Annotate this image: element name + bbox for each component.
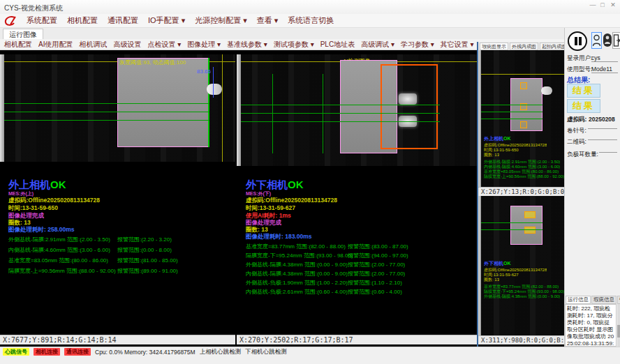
- tab-error-info[interactable]: 错误信息: [617, 296, 620, 304]
- measurement-value: 基准宽度=83.77mm 范围:(82.00 - 88.00): [246, 243, 346, 250]
- tab-run-info[interactable]: 运行信息: [566, 296, 591, 304]
- log-tab-strip: 运行信息 瑕疵信息 错误信息: [565, 296, 620, 304]
- measurement-value: 内侧基线-隔膜:4.38mm 范围:(0.00 - 9.00): [246, 270, 348, 278]
- tool-ai-config[interactable]: AI使用配置: [38, 40, 73, 50]
- virtual-code-label: 虚拟码:: [567, 116, 586, 124]
- model-value: Mode11: [591, 66, 618, 73]
- green-measure-line: [481, 105, 542, 105]
- measurement-alarm: 报警范围:(83.00 - 87.00): [348, 243, 408, 250]
- middle-camera-image[interactable]: AI检测图像: [237, 54, 477, 166]
- scrollbar-thumb[interactable]: [617, 325, 620, 338]
- measurement-value: 隔膜宽度-上=90.56mm 范围:(88.00 - 92.00): [8, 267, 116, 275]
- tab-defect-info[interactable]: 瑕疵信息: [591, 296, 617, 304]
- operator-button[interactable]: [603, 33, 612, 47]
- tool-other-settings[interactable]: 其它设置 ▾: [441, 40, 474, 50]
- ai-detect-box: [381, 64, 438, 149]
- image-left-edge: [0, 54, 4, 162]
- menu-view[interactable]: 查看 ▾: [257, 15, 279, 26]
- measurement-alarm: 报警范围:(0.00 - 8.00): [117, 246, 172, 254]
- thumb-tab-strip: 瑕疵图显示 外残内成图 起拍内成图: [478, 42, 564, 50]
- image-left-edge: [237, 54, 241, 166]
- user-login-button[interactable]: [591, 32, 602, 49]
- exit-button[interactable]: [612, 32, 620, 49]
- width-annotation: 83.66: [197, 68, 211, 75]
- left-camera-image[interactable]: 灰度阈值:93, 动态阈值:100 83.66: [0, 54, 235, 162]
- menu-language-switch[interactable]: 系统语言切换: [288, 15, 334, 26]
- login-user-label: 登录用户:: [567, 54, 592, 63]
- green-measure-line: [481, 229, 542, 230]
- tool-spot-check[interactable]: 点检设置 ▾: [147, 40, 181, 50]
- separator-film-region: [117, 58, 209, 147]
- measurement-alarm: 报警范围:(2.00 - 77.00): [348, 270, 405, 278]
- measurement-value: 外侧基线-负极:1.90mm 范围:(1.00 - 2.20): [246, 279, 348, 287]
- measurement-value: 隔膜宽度-下=95.24mm 范围:(93.00 - 98.00): [246, 252, 353, 259]
- measurement-value: 外侧基线-隔膜:4.38mm 范围:(0.00 - 9.00): [246, 261, 348, 268]
- blue-measure-line: [213, 67, 214, 98]
- tool-advanced-settings[interactable]: 高级设置: [113, 40, 141, 50]
- tab-defect-view[interactable]: 瑕疵图显示: [480, 43, 508, 50]
- menu-camera-config[interactable]: 相机配置: [67, 15, 98, 26]
- menu-light-config[interactable]: 光源控制配置 ▾: [195, 15, 247, 26]
- thumb-info-turns: 圈数: 13: [484, 277, 499, 283]
- thumb-measure: 隔膜宽度-上=90.56mm 范围:(88.00 - 92.00): [484, 174, 564, 180]
- green-measure-line: [241, 105, 440, 105]
- heartbeat-status-badge: 心跳信号: [3, 348, 29, 356]
- view-tab-strip: 运行图像: [0, 28, 620, 40]
- camera-name: 外下相机: [484, 261, 503, 266]
- menu-comm-config[interactable]: 通讯配置: [108, 15, 138, 26]
- left-coord-readout: X:7677;Y:891;R:14;G:14;B:14: [0, 335, 235, 344]
- green-measure-line: [4, 120, 209, 121]
- tool-plc-address[interactable]: PLC地址表: [320, 40, 355, 50]
- log-scrollbar[interactable]: [617, 304, 620, 347]
- green-measure-line: [481, 222, 542, 223]
- app-logo-icon: [4, 15, 17, 26]
- pause-button[interactable]: [568, 31, 587, 51]
- thumb-top-image[interactable]: 外上相机OK 虚拟码:Offline2025020813134728 时间:13…: [478, 50, 564, 187]
- minimize-icon[interactable]: —: [588, 1, 598, 8]
- result-ok: OK: [50, 179, 66, 190]
- model-label: 使用型号:: [567, 66, 592, 74]
- result-box-1: 结果: [567, 84, 600, 98]
- result-ok: OK: [503, 136, 511, 141]
- neg-tab-count-field: [599, 145, 617, 153]
- image-left-edge: [478, 196, 481, 335]
- tab-marker: [520, 82, 527, 89]
- green-vertical-line: [323, 74, 323, 153]
- measurement-alarm: 报警范围:(94.00 - 97.00): [348, 252, 408, 259]
- tab-outer-view[interactable]: 外残内成图: [510, 43, 538, 50]
- tool-camera-debug[interactable]: 相机调试: [79, 40, 107, 50]
- close-icon[interactable]: ✕: [608, 1, 618, 8]
- qr-code-label: 二维码:: [567, 138, 586, 146]
- highlight-marker: [524, 227, 536, 234]
- green-measure-line: [4, 103, 209, 104]
- measurement-alarm: 报警范围:(2.20 - 3.20): [117, 236, 172, 243]
- tool-camera-config[interactable]: 相机配置: [4, 40, 32, 50]
- maximize-icon[interactable]: □: [598, 1, 607, 8]
- measurement-alarm: 报警范围:(89.00 - 91.00): [117, 267, 178, 275]
- tool-baseline-params[interactable]: 基准线参数 ▾: [227, 40, 267, 50]
- tool-learning-params[interactable]: 学习参数 ▾: [401, 40, 434, 50]
- green-measure-line: [481, 112, 542, 112]
- login-user-value: cys: [591, 54, 618, 62]
- thumb-bottom-image[interactable]: 外下相机OK 虚拟码:Offline2025020813134728 时间:13…: [478, 196, 564, 335]
- cpu-memory-readout: Cpu: 0.0% Memory: 3424.41796875M: [95, 349, 195, 356]
- menu-system-config[interactable]: 系统配置: [27, 15, 57, 26]
- measurement-value: 基准宽度=83.05mm 范围:(80.00 - 86.00): [8, 257, 108, 264]
- status-bar: 心跳信号 相机连接 通讯连接 Cpu: 0.0% Memory: 3424.41…: [0, 347, 620, 356]
- exit-door-icon: [613, 38, 620, 50]
- pause-icon: [575, 37, 577, 45]
- tool-test-params[interactable]: 测试项参数 ▾: [274, 40, 314, 50]
- roller-blob: [207, 84, 222, 95]
- result-ok: OK: [288, 179, 304, 190]
- camera-name: 外上相机: [8, 179, 50, 190]
- tool-advanced-debug[interactable]: 高级调试 ▾: [361, 40, 394, 50]
- menu-io-config[interactable]: IO手配置 ▾: [148, 15, 185, 26]
- yellow-vertical-line: [222, 54, 223, 162]
- measurement-value: 外侧基线-隔膜:2.91mm 范围:(2.00 - 3.50): [8, 236, 110, 243]
- threshold-annotation: 灰度阈值:93, 动态阈值:100: [119, 59, 186, 66]
- tool-image-processing[interactable]: 图像处理 ▾: [187, 40, 221, 50]
- middle-coord-readout: X:270;Y:2502;R:17;G:17;B:17: [237, 335, 477, 344]
- window-title: CYS-视觉检测系统: [4, 3, 63, 13]
- measurement-alarm: 报警范围:(81.00 - 85.00): [117, 257, 178, 264]
- comm-connect-badge: 通讯连接: [64, 348, 91, 356]
